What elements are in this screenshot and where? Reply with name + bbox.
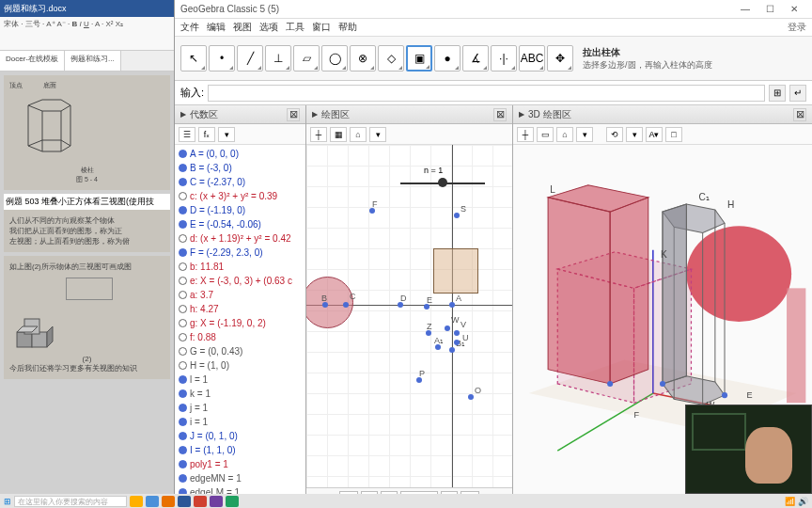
proj3d-btn[interactable]: A▾	[646, 127, 663, 142]
menu-window[interactable]: 窗口	[312, 21, 331, 34]
algebra-item[interactable]: e: X = (-3, 0, 3) + (0.63 c	[179, 274, 302, 288]
algebra-item[interactable]: I = (1, 1, 0)	[179, 443, 302, 457]
axes3d-btn[interactable]: ┼	[517, 127, 534, 142]
taskbar-search[interactable]: 在这里输入你要搜索的内容	[14, 496, 127, 507]
visibility-toggle-icon[interactable]	[179, 446, 187, 454]
clip3d-btn[interactable]: □	[665, 127, 682, 142]
login-link[interactable]: 登录	[788, 21, 806, 34]
doc-toolbar[interactable]: 宋体 · 三号 · A⁺ A⁻ · B I U · A · X² X₂	[0, 17, 174, 51]
visibility-toggle-icon[interactable]	[179, 206, 187, 214]
tab-docer[interactable]: Docer-在线模板	[0, 51, 65, 71]
graphics2d-header[interactable]: ▶ 绘图区 ⊠	[306, 105, 512, 124]
graphics2d-canvas[interactable]: n = 1 A B C D E F S Z W V A₁ B₁ P O	[306, 145, 512, 487]
tool-intersect[interactable]: ⊗	[350, 45, 376, 71]
input-help-button[interactable]: ⊞	[769, 85, 786, 102]
capture3d-btn[interactable]: ▾	[576, 127, 593, 142]
visibility-toggle-icon[interactable]	[179, 375, 187, 384]
tray-wifi-icon[interactable]: 📶	[785, 497, 795, 506]
visibility-toggle-icon[interactable]	[179, 432, 187, 440]
tool-line[interactable]: ╱	[237, 45, 263, 71]
tool-perpendicular[interactable]: ⊥	[265, 45, 291, 71]
algebra-input[interactable]	[208, 85, 765, 102]
algebra-item[interactable]: h: 4.27	[179, 302, 302, 316]
algebra-item[interactable]: J = (0, 1, 0)	[179, 429, 302, 443]
algebra-item[interactable]: l = 1	[179, 373, 302, 387]
tool-reflect[interactable]: ·|·	[491, 45, 517, 71]
menu-help[interactable]: 帮助	[338, 21, 357, 34]
visibility-toggle-icon[interactable]	[179, 418, 187, 426]
visibility-toggle-icon[interactable]	[179, 262, 187, 271]
tool-plane[interactable]: ◇	[378, 45, 404, 71]
graphics3d-header[interactable]: ▶ 3D 绘图区 ⊠	[513, 105, 812, 124]
visibility-toggle-icon[interactable]	[179, 234, 187, 243]
tb-app-2[interactable]	[146, 496, 159, 507]
visibility-toggle-icon[interactable]	[179, 460, 187, 468]
visibility-toggle-icon[interactable]	[179, 347, 187, 356]
taskbar[interactable]: ⊞ 在这里输入你要搜索的内容 📶 🔊	[0, 494, 812, 508]
algebra-item[interactable]: G = (0, 0.43)	[179, 344, 302, 358]
sort-btn[interactable]: ☰	[179, 127, 195, 142]
tool-extrude-prism[interactable]: ▣	[406, 45, 432, 71]
tool-circle[interactable]: ◯	[321, 45, 348, 71]
visibility-toggle-icon[interactable]	[179, 220, 187, 229]
algebra-item[interactable]: d: (x + 1.19)² + y² = 0.42	[179, 231, 302, 246]
tb-app-1[interactable]	[130, 496, 143, 507]
menu-options[interactable]: 选项	[259, 21, 278, 34]
rotate3d-btn[interactable]: ⟲	[606, 127, 623, 142]
menu-edit[interactable]: 编辑	[207, 21, 226, 34]
home3d-btn[interactable]: ⌂	[556, 127, 573, 142]
tb-app-4[interactable]	[178, 496, 191, 507]
visibility-toggle-icon[interactable]	[179, 404, 187, 412]
algebra-item[interactable]: f: 0.88	[179, 330, 302, 344]
tb-app-7[interactable]	[226, 496, 239, 507]
close-button[interactable]: ✕	[782, 1, 806, 18]
algebra-close-icon[interactable]: ⊠	[287, 108, 300, 121]
tray-volume-icon[interactable]: 🔊	[798, 497, 808, 506]
visibility-toggle-icon[interactable]	[179, 192, 187, 200]
algebra-item[interactable]: g: X = (-1.19, 0, 2)	[179, 316, 302, 330]
algebra-item[interactable]: j = 1	[179, 401, 302, 415]
algebra-list[interactable]: A = (0, 0, 0)B = (-3, 0)C = (-2.37, 0)c:…	[175, 145, 305, 508]
visibility-toggle-icon[interactable]	[179, 333, 187, 341]
tool-angle[interactable]: ∡	[462, 45, 489, 71]
visibility-toggle-icon[interactable]	[179, 248, 187, 257]
tool-move[interactable]: ↖	[180, 45, 207, 71]
start-icon[interactable]: ⊞	[4, 497, 11, 506]
menu-tools[interactable]: 工具	[286, 21, 304, 34]
algebra-item[interactable]: b: 11.81	[179, 260, 302, 274]
visibility-toggle-icon[interactable]	[179, 389, 187, 398]
visibility-toggle-icon[interactable]	[179, 150, 187, 158]
algebra-item[interactable]: F = (-2.29, 2.3, 0)	[179, 246, 302, 260]
graphics2d-close-icon[interactable]: ⊠	[493, 108, 507, 121]
home-btn[interactable]: ⌂	[350, 127, 367, 142]
algebra-item[interactable]: B = (-3, 0)	[179, 161, 302, 175]
visibility-toggle-icon[interactable]	[179, 361, 187, 370]
algebra-item[interactable]: i = 1	[179, 415, 302, 429]
minimize-button[interactable]: —	[733, 1, 757, 18]
algebra-item[interactable]: k = 1	[179, 387, 302, 401]
menu-view[interactable]: 视图	[233, 21, 252, 34]
tool-polygon[interactable]: ▱	[293, 45, 320, 71]
visibility-toggle-icon[interactable]	[179, 305, 187, 313]
capture-btn[interactable]: ▾	[369, 127, 386, 142]
plane3d-btn[interactable]: ▭	[537, 127, 554, 142]
tb-app-3[interactable]	[162, 496, 175, 507]
graphics3d-close-icon[interactable]: ⊠	[793, 108, 806, 121]
visibility-toggle-icon[interactable]	[179, 319, 187, 327]
input-enter-button[interactable]: ↵	[789, 85, 806, 102]
algebra-item[interactable]: poly1 = 1	[179, 457, 302, 471]
visibility-toggle-icon[interactable]	[179, 474, 187, 483]
algebra-item[interactable]: a: 3.7	[179, 288, 302, 302]
axes-btn[interactable]: ┼	[310, 127, 327, 142]
tb-app-6[interactable]	[210, 496, 223, 507]
tool-move-view[interactable]: ✥	[547, 45, 573, 71]
algebra-item[interactable]: edgeMN = 1	[179, 471, 302, 485]
visibility-toggle-icon[interactable]	[179, 164, 187, 172]
visibility-toggle-icon[interactable]	[179, 178, 187, 186]
fx-btn[interactable]: fₓ	[198, 127, 215, 142]
visibility-toggle-icon[interactable]	[179, 277, 187, 285]
algebra-item[interactable]: c: (x + 3)² + y² = 0.39	[179, 189, 302, 203]
tool-sphere[interactable]: ●	[434, 45, 461, 71]
tool-point[interactable]: •	[209, 45, 235, 71]
algebra-item[interactable]: E = (-0.54, -0.06)	[179, 217, 302, 231]
